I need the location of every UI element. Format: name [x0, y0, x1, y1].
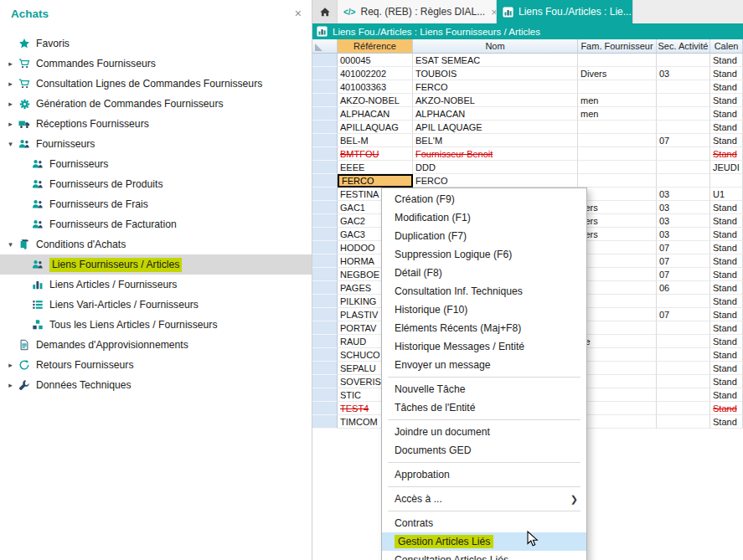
menu-item[interactable]: Accès à ...❯: [382, 490, 586, 508]
cell-calendrier[interactable]: Stand: [710, 335, 743, 348]
cell-sec-activite[interactable]: 07: [657, 268, 710, 281]
cell-nom[interactable]: TOUBOIS: [413, 67, 578, 80]
cell-sec-activite[interactable]: [657, 107, 710, 121]
row-selector[interactable]: [312, 228, 338, 241]
cell-sec-activite[interactable]: 03: [657, 214, 710, 228]
row-selector[interactable]: [312, 335, 338, 348]
cell-calendrier[interactable]: Stand: [710, 121, 743, 134]
column-header-calendrier[interactable]: Calen: [710, 39, 743, 54]
cell-fam-fournisseur[interactable]: n: [578, 375, 657, 388]
cell-calendrier[interactable]: Stand: [710, 201, 743, 214]
row-selector[interactable]: [312, 268, 338, 281]
cell-reference[interactable]: AKZO-NOBEL: [338, 94, 413, 107]
sidebar-item[interactable]: ▾Fournisseurs: [0, 134, 312, 154]
table-row[interactable]: AKZO-NOBELAKZO-NOBELmenStand: [312, 94, 743, 107]
chevron-right-icon[interactable]: ▸: [4, 100, 17, 108]
table-row[interactable]: BEL-MBEL'M07Stand: [312, 134, 743, 147]
cell-reference[interactable]: APILLAQUAG: [338, 121, 413, 134]
cell-calendrier[interactable]: Stand: [710, 94, 743, 107]
cell-reference[interactable]: 401003363: [338, 80, 413, 94]
cell-calendrier[interactable]: Stand: [710, 228, 743, 241]
cell-fam-fournisseur[interactable]: men: [578, 94, 657, 107]
cell-fam-fournisseur[interactable]: [578, 281, 657, 295]
row-selector[interactable]: [312, 402, 338, 415]
cell-sec-activite[interactable]: [657, 54, 710, 67]
cell-calendrier[interactable]: Stand: [710, 348, 743, 362]
chevron-right-icon[interactable]: ▸: [4, 59, 17, 68]
row-selector[interactable]: [312, 174, 338, 188]
cell-calendrier[interactable]: Stand: [710, 415, 743, 429]
chevron-right-icon[interactable]: ▸: [4, 80, 17, 88]
cell-reference[interactable]: BEL-M: [338, 134, 413, 147]
sidebar-item[interactable]: ▸Retours Fournisseurs: [0, 355, 312, 375]
sidebar-item[interactable]: Fournisseurs de Produits: [0, 174, 312, 194]
cell-fam-fournisseur[interactable]: [578, 402, 657, 415]
cell-fam-fournisseur[interactable]: [578, 134, 657, 147]
chevron-right-icon[interactable]: ▸: [4, 361, 17, 369]
sidebar-item[interactable]: Liens Fournisseurs / Articles: [0, 254, 312, 275]
cell-calendrier[interactable]: Stand: [710, 241, 743, 254]
cell-calendrier[interactable]: Stand: [710, 134, 743, 147]
menu-item[interactable]: Joindre un document: [382, 423, 586, 441]
cell-fam-fournisseur[interactable]: se: [578, 335, 657, 348]
cell-fam-fournisseur[interactable]: [578, 188, 657, 201]
cell-fam-fournisseur[interactable]: [578, 54, 657, 67]
cell-sec-activite[interactable]: [657, 161, 710, 174]
select-all-corner[interactable]: [312, 39, 338, 54]
sidebar-item[interactable]: ▾Conditions d'Achats: [0, 234, 312, 254]
row-selector[interactable]: [312, 54, 338, 67]
sidebar-item[interactable]: Demandes d'Approvisionnements: [0, 335, 312, 355]
cell-fam-fournisseur[interactable]: [578, 161, 657, 174]
cell-fam-fournisseur[interactable]: [578, 415, 657, 429]
cell-sec-activite[interactable]: [657, 388, 710, 402]
table-row[interactable]: BMTFOUFournisseur BenoitStand: [312, 147, 743, 161]
cell-fam-fournisseur[interactable]: [578, 121, 657, 134]
cell-sec-activite[interactable]: [657, 174, 710, 188]
cell-fam-fournisseur[interactable]: [578, 147, 657, 161]
row-selector[interactable]: [312, 254, 338, 268]
cell-calendrier[interactable]: Stand: [710, 147, 743, 161]
cell-calendrier[interactable]: Stand: [710, 295, 743, 308]
cell-nom[interactable]: ESAT SEMEAC: [413, 54, 578, 67]
cell-fam-fournisseur[interactable]: [578, 388, 657, 402]
row-selector[interactable]: [312, 348, 338, 362]
cell-sec-activite[interactable]: 07: [657, 254, 710, 268]
cell-fam-fournisseur[interactable]: men: [578, 107, 657, 121]
tab-req-regles[interactable]: </> Req. (REB) : Règles DIAL... ×: [338, 0, 497, 23]
cell-fam-fournisseur[interactable]: n: [578, 268, 657, 281]
cell-sec-activite[interactable]: [657, 80, 710, 94]
tab-liens-fou-articles[interactable]: Liens Fou./Articles : Lie... ×: [497, 0, 633, 23]
cell-sec-activite[interactable]: [657, 375, 710, 388]
cell-calendrier[interactable]: JEUDI: [710, 161, 743, 174]
close-icon[interactable]: ×: [485, 6, 497, 18]
cell-sec-activite[interactable]: 07: [657, 134, 710, 147]
column-header-sec-activite[interactable]: Sec. Activité: [657, 39, 710, 54]
cell-calendrier[interactable]: Stand: [710, 375, 743, 388]
cell-fam-fournisseur[interactable]: [578, 80, 657, 94]
sidebar-item[interactable]: Fournisseurs de Frais: [0, 194, 312, 214]
cell-reference[interactable]: 401002202: [338, 67, 413, 80]
chevron-down-icon[interactable]: ▾: [4, 140, 17, 148]
cell-calendrier[interactable]: Stand: [710, 321, 743, 335]
cell-sec-activite[interactable]: 06: [657, 281, 710, 295]
menu-item[interactable]: Duplication (F7): [382, 227, 586, 245]
row-selector[interactable]: [312, 308, 338, 321]
cell-sec-activite[interactable]: [657, 147, 710, 161]
cell-sec-activite[interactable]: 03: [657, 188, 710, 201]
sidebar-item[interactable]: Favoris: [0, 33, 312, 54]
cell-sec-activite[interactable]: 03: [657, 67, 710, 80]
cell-nom[interactable]: BEL'M: [413, 134, 578, 147]
sidebar-item[interactable]: Liens Vari-Articles / Fournisseurs: [0, 295, 312, 315]
cell-sec-activite[interactable]: [657, 348, 710, 362]
row-selector[interactable]: [312, 80, 338, 94]
cell-calendrier[interactable]: Stand: [710, 308, 743, 321]
cell-calendrier[interactable]: Stand: [710, 80, 743, 94]
cell-fam-fournisseur[interactable]: vers: [578, 228, 657, 241]
row-selector[interactable]: [312, 161, 338, 174]
cell-fam-fournisseur[interactable]: [578, 174, 657, 188]
row-selector[interactable]: [312, 147, 338, 161]
cell-fam-fournisseur[interactable]: n: [578, 241, 657, 254]
cell-fam-fournisseur[interactable]: Divers: [578, 67, 657, 80]
row-selector[interactable]: [312, 67, 338, 80]
cell-sec-activite[interactable]: [657, 295, 710, 308]
